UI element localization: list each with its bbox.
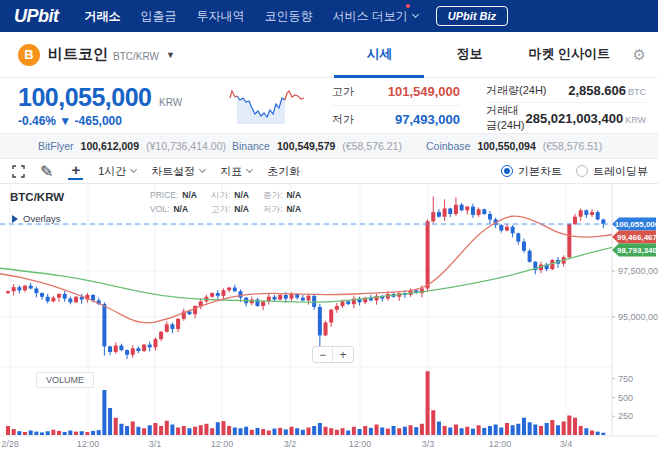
reset-button[interactable]: 초기화 <box>267 164 300 179</box>
upbit-logo[interactable]: UPbit <box>14 6 59 27</box>
chart-type-radios: 기본차트 트레이딩뷰 <box>501 164 648 179</box>
price-section: 100,055,000 KRW -0.46% ▼ -465,000 고가 101… <box>0 78 658 134</box>
coin-dropdown-caret-icon[interactable]: ▼ <box>166 50 175 60</box>
legend-pair-2: 종가:N/A <box>263 190 301 202</box>
market-tabs: 시세정보마켓 인사이트 <box>334 32 624 78</box>
legend-pair-3: VOL:N/A <box>150 204 197 216</box>
fullscreen-icon[interactable] <box>12 165 25 178</box>
gear-icon[interactable]: ⚙ <box>633 46 646 64</box>
high-label: 고가 <box>332 84 354 99</box>
price-sparkline <box>228 86 308 124</box>
play-triangle-icon <box>12 215 18 223</box>
exchange-item-1: Binance100,549,579(€58,576.21) <box>232 140 426 152</box>
indicators-dropdown[interactable]: 지표 <box>220 164 252 179</box>
time-axis: 2/2812:003/112:003/212:003/312:003/4 <box>1 439 572 449</box>
nav-item-4[interactable]: 서비스 더보기 <box>333 8 418 25</box>
svg-text:2/28: 2/28 <box>1 439 19 449</box>
upbit-biz-button[interactable]: UPbit Biz <box>436 6 508 26</box>
volume24h-row: 거래량(24H) 2,858.606BTC <box>486 78 646 103</box>
price-change: -0.46% ▼ -465,000 <box>18 114 182 128</box>
svg-text:12:00: 12:00 <box>349 439 372 449</box>
notification-dot <box>406 4 410 8</box>
svg-text:3/1: 3/1 <box>149 439 162 449</box>
currency-unit: KRW <box>159 97 182 108</box>
price-tag-2: 98,793,340 <box>612 244 658 257</box>
legend-pair-1: 시가:N/A <box>211 190 249 202</box>
svg-text:97,500,000: 97,500,000 <box>618 266 658 276</box>
overlays-toggle[interactable]: Overlays <box>12 213 60 224</box>
chevron-down-icon <box>199 166 206 173</box>
ohlc-legend: PRICE:N/A시가:N/A종가:N/AVOL:N/A고가:N/A저가:N/A <box>150 190 301 216</box>
tab-2[interactable]: 마켓 인사이트 <box>514 32 624 78</box>
nav-menu: 거래소입출금투자내역코인동향서비스 더보기 <box>85 8 418 25</box>
candlesticks <box>6 196 605 360</box>
current-price: 100,055,000 <box>18 83 152 111</box>
radio-tradingview[interactable]: 트레이딩뷰 <box>576 164 648 179</box>
price-tag-1: 99,466,467 <box>612 231 658 244</box>
volume24h-label: 거래량(24H) <box>486 83 547 98</box>
high-row: 고가 101,549,000 <box>332 78 460 106</box>
tab-1[interactable]: 정보 <box>424 32 514 78</box>
low-label: 저가 <box>332 112 354 127</box>
chart-symbol-label: BTC/KRW <box>10 191 64 203</box>
crosshair-tool-icon[interactable]: + <box>68 163 83 180</box>
price-axis: 97,500,00095,000,000750500250 <box>612 266 658 421</box>
svg-text:12:00: 12:00 <box>489 439 512 449</box>
svg-text:3/4: 3/4 <box>560 439 573 449</box>
svg-text:500: 500 <box>618 393 633 403</box>
price-stats: 고가 101,549,000 저가 97,493,000 거래량(24H) 2,… <box>332 78 646 133</box>
high-value: 101,549,000 <box>388 84 460 99</box>
upbit-exchange-window: UPbit 거래소입출금투자내역코인동향서비스 더보기 UPbit Biz B … <box>0 0 658 452</box>
radio-off-icon <box>576 165 588 177</box>
coin-pair: BTC/KRW <box>113 51 159 62</box>
legend-pair-4: 고가:N/A <box>211 204 249 216</box>
svg-text:98,793,340: 98,793,340 <box>617 246 658 255</box>
zoom-out-button[interactable]: − <box>313 347 333 362</box>
exchange-item-0: BitFlyer100,612,009(¥10,736,414.00) <box>38 140 232 152</box>
volume24h-value: 2,858.606BTC <box>568 83 646 98</box>
svg-text:95,000,000: 95,000,000 <box>618 312 658 322</box>
nav-item-1[interactable]: 입출금 <box>141 8 177 25</box>
radio-basic-chart[interactable]: 기본차트 <box>501 164 562 179</box>
chevron-down-icon <box>246 166 253 173</box>
svg-text:250: 250 <box>618 411 633 421</box>
chevron-down-icon <box>130 166 137 173</box>
interval-dropdown[interactable]: 1시간 <box>98 164 136 179</box>
amount24h-label: 거래대금(24H) <box>486 103 526 133</box>
chevron-down-icon <box>412 11 419 18</box>
svg-text:100,055,000: 100,055,000 <box>615 220 658 229</box>
price-tag-0: 100,055,000 <box>612 218 658 231</box>
svg-text:3/3: 3/3 <box>422 439 435 449</box>
gridlines <box>0 184 658 436</box>
volume-amount-column: 거래량(24H) 2,858.606BTC 거래대금(24H) 285,021,… <box>486 78 646 133</box>
volume24h-unit: BTC <box>628 87 646 97</box>
coin-header: B 비트코인 BTC/KRW ▼ 시세정보마켓 인사이트 ⚙ <box>0 32 658 78</box>
legend-pair-0: PRICE:N/A <box>150 190 197 202</box>
chart-zoom-control: − + <box>312 346 354 363</box>
svg-text:3/2: 3/2 <box>284 439 297 449</box>
draw-pencil-icon[interactable]: ✎ <box>40 162 53 181</box>
zoom-in-button[interactable]: + <box>333 347 353 362</box>
tab-0[interactable]: 시세 <box>334 32 424 78</box>
price-main: 100,055,000 KRW -0.46% ▼ -465,000 <box>18 83 182 128</box>
amount24h-row: 거래대금(24H) 285,021,003,400KRW <box>486 103 646 133</box>
global-exchange-ticker: BitFlyer100,612,009(¥10,736,414.00)Binan… <box>0 134 658 159</box>
chart-area: 97,500,00095,000,0007505002502/2812:003/… <box>0 184 658 452</box>
svg-text:750: 750 <box>618 374 633 384</box>
chart-canvas[interactable]: 97,500,00095,000,0007505002502/2812:003/… <box>0 184 658 452</box>
coin-name: 비트코인 <box>48 45 108 64</box>
chart-settings-dropdown[interactable]: 차트설정 <box>151 164 205 179</box>
nav-item-2[interactable]: 투자내역 <box>197 8 245 25</box>
exchange-item-2: Coinbase100,550,094(€58,576.51) <box>426 140 620 152</box>
low-value: 97,493,000 <box>395 112 460 127</box>
top-nav: UPbit 거래소입출금투자내역코인동향서비스 더보기 UPbit Biz <box>0 0 658 32</box>
svg-text:12:00: 12:00 <box>77 439 100 449</box>
amount24h-value: 285,021,003,400KRW <box>526 111 646 126</box>
volume-pane-label: VOLUME <box>36 372 94 388</box>
svg-text:99,466,467: 99,466,467 <box>617 233 658 242</box>
legend-pair-5: 저가:N/A <box>263 204 301 216</box>
nav-item-0[interactable]: 거래소 <box>85 8 121 25</box>
nav-item-3[interactable]: 코인동향 <box>265 8 313 25</box>
btc-coin-icon: B <box>18 44 40 66</box>
svg-text:12:00: 12:00 <box>211 439 234 449</box>
